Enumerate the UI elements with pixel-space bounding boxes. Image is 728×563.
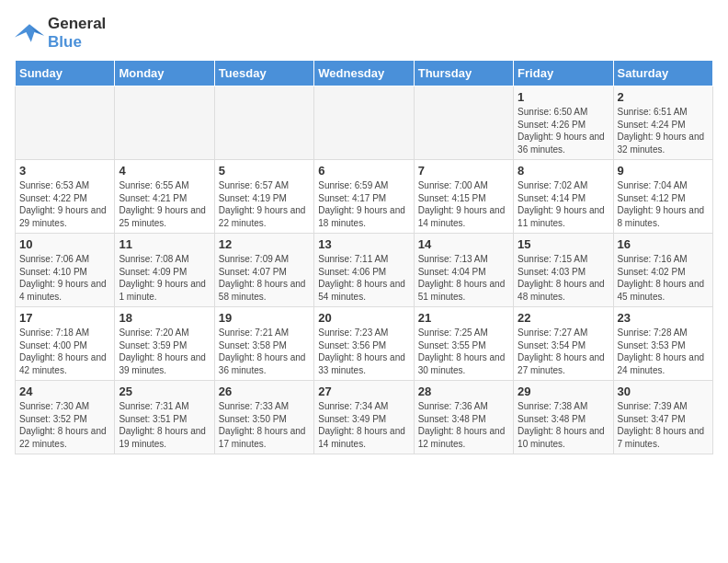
calendar-cell: 13Sunrise: 7:11 AM Sunset: 4:06 PM Dayli…: [314, 234, 414, 307]
day-info: Sunrise: 7:36 AM Sunset: 3:48 PM Dayligh…: [418, 400, 509, 450]
calendar-cell: 26Sunrise: 7:33 AM Sunset: 3:50 PM Dayli…: [214, 381, 313, 454]
day-number: 6: [318, 164, 409, 178]
calendar-cell: 27Sunrise: 7:34 AM Sunset: 3:49 PM Dayli…: [314, 381, 414, 454]
logo-text: General Blue: [48, 15, 106, 51]
day-info: Sunrise: 7:02 AM Sunset: 4:14 PM Dayligh…: [518, 179, 609, 229]
day-info: Sunrise: 7:16 AM Sunset: 4:02 PM Dayligh…: [618, 253, 709, 303]
calendar-week-row: 24Sunrise: 7:30 AM Sunset: 3:52 PM Dayli…: [16, 381, 713, 454]
calendar-week-row: 1Sunrise: 6:50 AM Sunset: 4:26 PM Daylig…: [16, 86, 713, 160]
calendar-cell: 19Sunrise: 7:21 AM Sunset: 3:58 PM Dayli…: [214, 307, 313, 381]
calendar-cell: 5Sunrise: 6:57 AM Sunset: 4:19 PM Daylig…: [214, 160, 313, 234]
day-info: Sunrise: 7:13 AM Sunset: 4:04 PM Dayligh…: [418, 253, 509, 303]
day-number: 7: [418, 164, 509, 178]
calendar-header-row: SundayMondayTuesdayWednesdayThursdayFrid…: [16, 61, 713, 86]
day-info: Sunrise: 7:04 AM Sunset: 4:12 PM Dayligh…: [618, 179, 709, 229]
calendar-cell: 6Sunrise: 6:59 AM Sunset: 4:17 PM Daylig…: [314, 160, 414, 234]
day-info: Sunrise: 7:00 AM Sunset: 4:15 PM Dayligh…: [418, 179, 509, 229]
day-info: Sunrise: 6:59 AM Sunset: 4:17 PM Dayligh…: [318, 179, 409, 229]
day-number: 21: [418, 311, 509, 325]
day-info: Sunrise: 6:55 AM Sunset: 4:21 PM Dayligh…: [119, 179, 210, 229]
calendar-cell: 21Sunrise: 7:25 AM Sunset: 3:55 PM Dayli…: [414, 307, 513, 381]
header: General Blue: [15, 15, 713, 51]
calendar-cell: 29Sunrise: 7:38 AM Sunset: 3:48 PM Dayli…: [514, 381, 613, 454]
day-info: Sunrise: 7:09 AM Sunset: 4:07 PM Dayligh…: [219, 253, 310, 303]
day-info: Sunrise: 7:23 AM Sunset: 3:56 PM Dayligh…: [318, 327, 409, 376]
day-info: Sunrise: 7:20 AM Sunset: 3:59 PM Dayligh…: [119, 327, 210, 376]
calendar-cell: 7Sunrise: 7:00 AM Sunset: 4:15 PM Daylig…: [414, 160, 513, 234]
day-number: 5: [219, 164, 310, 178]
day-number: 10: [19, 237, 110, 251]
calendar-cell: 4Sunrise: 6:55 AM Sunset: 4:21 PM Daylig…: [115, 160, 214, 234]
page: General Blue SundayMondayTuesdayWednesda…: [0, 0, 728, 462]
day-number: 1: [518, 90, 609, 104]
day-info: Sunrise: 7:28 AM Sunset: 3:53 PM Dayligh…: [618, 327, 709, 376]
calendar-cell: 28Sunrise: 7:36 AM Sunset: 3:48 PM Dayli…: [414, 381, 513, 454]
day-number: 16: [618, 237, 709, 251]
calendar-cell: 10Sunrise: 7:06 AM Sunset: 4:10 PM Dayli…: [16, 234, 115, 307]
day-number: 19: [219, 311, 310, 325]
day-number: 13: [318, 237, 409, 251]
day-info: Sunrise: 7:34 AM Sunset: 3:49 PM Dayligh…: [318, 400, 409, 450]
calendar-cell: 23Sunrise: 7:28 AM Sunset: 3:53 PM Dayli…: [613, 307, 712, 381]
day-number: 20: [318, 311, 409, 325]
day-info: Sunrise: 7:39 AM Sunset: 3:47 PM Dayligh…: [618, 400, 709, 450]
day-info: Sunrise: 7:15 AM Sunset: 4:03 PM Dayligh…: [518, 253, 609, 303]
calendar-day-header: Wednesday: [314, 61, 414, 86]
day-number: 14: [418, 237, 509, 251]
day-info: Sunrise: 7:30 AM Sunset: 3:52 PM Dayligh…: [19, 400, 110, 450]
calendar-cell: 12Sunrise: 7:09 AM Sunset: 4:07 PM Dayli…: [214, 234, 313, 307]
calendar-cell: 25Sunrise: 7:31 AM Sunset: 3:51 PM Dayli…: [115, 381, 214, 454]
calendar-cell: 14Sunrise: 7:13 AM Sunset: 4:04 PM Dayli…: [414, 234, 513, 307]
day-info: Sunrise: 7:31 AM Sunset: 3:51 PM Dayligh…: [119, 400, 210, 450]
calendar-cell: 15Sunrise: 7:15 AM Sunset: 4:03 PM Dayli…: [514, 234, 613, 307]
calendar: SundayMondayTuesdayWednesdayThursdayFrid…: [15, 60, 713, 454]
day-number: 11: [119, 237, 210, 251]
day-number: 4: [119, 164, 210, 178]
calendar-day-header: Saturday: [613, 61, 712, 86]
day-number: 27: [318, 385, 409, 398]
day-number: 8: [518, 164, 609, 178]
day-number: 29: [518, 385, 609, 398]
calendar-day-header: Friday: [514, 61, 613, 86]
day-info: Sunrise: 7:21 AM Sunset: 3:58 PM Dayligh…: [219, 327, 310, 376]
calendar-cell: [314, 86, 414, 160]
calendar-cell: 2Sunrise: 6:51 AM Sunset: 4:24 PM Daylig…: [613, 86, 712, 160]
calendar-cell: 16Sunrise: 7:16 AM Sunset: 4:02 PM Dayli…: [613, 234, 712, 307]
calendar-cell: 30Sunrise: 7:39 AM Sunset: 3:47 PM Dayli…: [613, 381, 712, 454]
day-number: 17: [19, 311, 110, 325]
day-number: 9: [618, 164, 709, 178]
day-number: 12: [219, 237, 310, 251]
calendar-day-header: Tuesday: [214, 61, 313, 86]
calendar-day-header: Monday: [115, 61, 214, 86]
calendar-cell: 1Sunrise: 6:50 AM Sunset: 4:26 PM Daylig…: [514, 86, 613, 160]
calendar-cell: 18Sunrise: 7:20 AM Sunset: 3:59 PM Dayli…: [115, 307, 214, 381]
day-number: 22: [518, 311, 609, 325]
day-number: 26: [219, 385, 310, 398]
day-info: Sunrise: 6:53 AM Sunset: 4:22 PM Dayligh…: [19, 179, 110, 229]
day-info: Sunrise: 7:08 AM Sunset: 4:09 PM Dayligh…: [119, 253, 210, 303]
day-info: Sunrise: 7:11 AM Sunset: 4:06 PM Dayligh…: [318, 253, 409, 303]
day-number: 30: [618, 385, 709, 398]
calendar-cell: [115, 86, 214, 160]
calendar-cell: 8Sunrise: 7:02 AM Sunset: 4:14 PM Daylig…: [514, 160, 613, 234]
calendar-cell: 9Sunrise: 7:04 AM Sunset: 4:12 PM Daylig…: [613, 160, 712, 234]
day-number: 2: [618, 90, 709, 104]
day-number: 28: [418, 385, 509, 398]
day-info: Sunrise: 7:27 AM Sunset: 3:54 PM Dayligh…: [518, 327, 609, 376]
day-info: Sunrise: 7:38 AM Sunset: 3:48 PM Dayligh…: [518, 400, 609, 450]
day-number: 25: [119, 385, 210, 398]
logo: General Blue: [15, 15, 106, 51]
day-info: Sunrise: 6:57 AM Sunset: 4:19 PM Dayligh…: [219, 179, 310, 229]
calendar-cell: 20Sunrise: 7:23 AM Sunset: 3:56 PM Dayli…: [314, 307, 414, 381]
calendar-cell: 11Sunrise: 7:08 AM Sunset: 4:09 PM Dayli…: [115, 234, 214, 307]
calendar-cell: 3Sunrise: 6:53 AM Sunset: 4:22 PM Daylig…: [16, 160, 115, 234]
calendar-week-row: 17Sunrise: 7:18 AM Sunset: 4:00 PM Dayli…: [16, 307, 713, 381]
day-info: Sunrise: 7:25 AM Sunset: 3:55 PM Dayligh…: [418, 327, 509, 376]
calendar-cell: [16, 86, 115, 160]
day-number: 18: [119, 311, 210, 325]
day-info: Sunrise: 6:51 AM Sunset: 4:24 PM Dayligh…: [618, 106, 709, 155]
day-info: Sunrise: 7:06 AM Sunset: 4:10 PM Dayligh…: [19, 253, 110, 303]
day-number: 15: [518, 237, 609, 251]
calendar-week-row: 10Sunrise: 7:06 AM Sunset: 4:10 PM Dayli…: [16, 234, 713, 307]
calendar-week-row: 3Sunrise: 6:53 AM Sunset: 4:22 PM Daylig…: [16, 160, 713, 234]
